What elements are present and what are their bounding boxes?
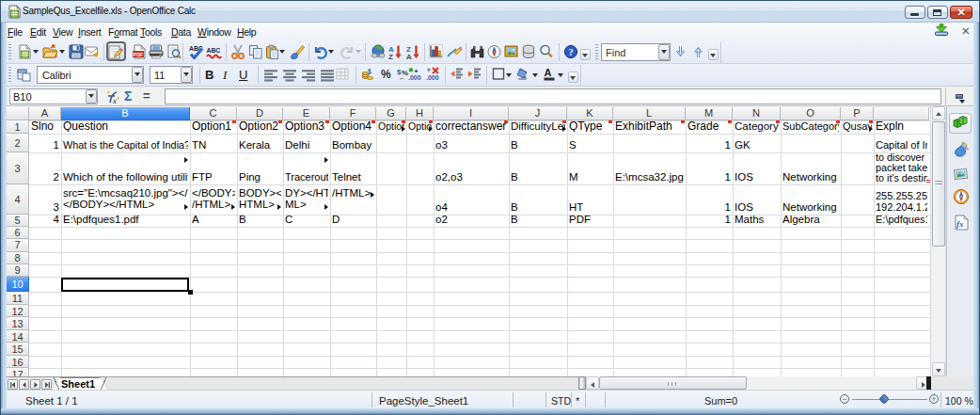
svg-text:A: A	[406, 53, 412, 60]
svg-text:.000: .000	[408, 74, 421, 81]
svg-text:A: A	[545, 67, 552, 78]
svg-text:x: x	[112, 97, 117, 104]
svg-text:fx: fx	[956, 219, 964, 229]
svg-text:.000: .000	[426, 74, 439, 81]
svg-text:%: %	[381, 68, 391, 81]
svg-text:Z: Z	[388, 53, 393, 60]
svg-text:PDF: PDF	[134, 52, 144, 57]
svg-text:ABC: ABC	[207, 47, 221, 54]
svg-text:?: ?	[569, 47, 574, 57]
